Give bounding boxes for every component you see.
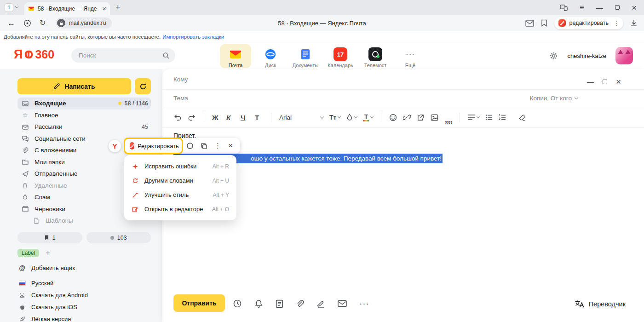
copy-icon[interactable] <box>201 143 207 150</box>
undo-button[interactable] <box>173 114 182 121</box>
url-field[interactable]: mail.yandex.ru <box>56 17 111 29</box>
app-calendar[interactable]: 17 Календарь <box>325 44 356 68</box>
neuro-badge[interactable]: Y <box>109 140 121 152</box>
cc-from-toggle[interactable]: Копии, От кого <box>530 95 578 102</box>
tab-close-icon[interactable]: × <box>102 5 106 12</box>
text-color-button[interactable]: Т <box>363 114 373 121</box>
bookmark-icon[interactable] <box>541 19 547 27</box>
align-button[interactable] <box>468 114 479 121</box>
numbered-list-button[interactable] <box>499 114 506 121</box>
send-button[interactable]: Отправить <box>173 294 225 312</box>
neuro-edit-chip[interactable]: редактировать ⋮ <box>554 17 623 29</box>
italic-button[interactable]: К <box>226 114 235 121</box>
survey-icon[interactable] <box>276 299 283 308</box>
compose-minimize-button[interactable]: — <box>587 78 594 85</box>
envelope-icon[interactable] <box>338 300 347 307</box>
chip-more-icon[interactable]: ⋮ <box>612 19 620 27</box>
ai-more-icon[interactable]: ⋮ <box>214 142 221 150</box>
app-more[interactable]: ··· Ещё <box>395 44 426 68</box>
ai-edit-button[interactable]: Редактировать <box>128 142 179 150</box>
lock-icon[interactable] <box>57 19 65 27</box>
app-disk[interactable]: Диск <box>255 44 286 68</box>
window-maximize-button[interactable] <box>615 5 620 10</box>
strikethrough-button[interactable]: Т <box>255 114 263 121</box>
schedule-send-icon[interactable] <box>233 299 242 308</box>
sync-icon <box>139 83 147 90</box>
signature-pen-icon[interactable] <box>316 300 325 308</box>
window-minimize-button[interactable]: — <box>596 4 603 11</box>
anchor-link-button[interactable] <box>417 114 425 121</box>
yandex-360-logo[interactable]: Я 360 <box>14 48 54 61</box>
avatar[interactable] <box>615 47 633 64</box>
clear-format-button[interactable] <box>518 114 526 121</box>
insert-image-button[interactable] <box>431 114 438 121</box>
ios-download-link[interactable]: Скачать для iOS <box>18 304 88 310</box>
app-docs[interactable]: Документы <box>290 44 321 68</box>
formatting-toolbar: Ж К Ч Т Arial Тт Т „„ <box>162 107 644 128</box>
compose-expand-button[interactable] <box>603 80 607 84</box>
service-header: Я 360 Поиск Почта Диск <box>0 42 644 69</box>
new-tab-button[interactable]: + <box>115 3 121 12</box>
folder-priority[interactable]: ☆ Главное <box>17 109 151 121</box>
window-close-button[interactable]: × <box>632 3 637 12</box>
browser-tab[interactable]: 58 · Входящие — Янде × <box>24 2 110 15</box>
attach-file-icon[interactable] <box>296 299 304 308</box>
link-button[interactable] <box>403 114 411 121</box>
protect-icon[interactable] <box>23 19 31 27</box>
menu-item-rephrase[interactable]: Другими словами Alt + U <box>124 173 236 188</box>
tab-group-button[interactable]: 1 <box>5 3 18 12</box>
translator-button[interactable]: Переводчик <box>575 299 626 308</box>
quote-button[interactable]: „„ <box>444 114 452 121</box>
menu-item-improve-style[interactable]: Улучшить стиль Alt + Y <box>124 188 236 202</box>
more-options-icon[interactable]: ··· <box>359 301 369 306</box>
account-username[interactable]: cheshire-katze <box>567 52 606 59</box>
translator-label: Переводчик <box>589 300 626 308</box>
pinned-filter-button[interactable]: 1 <box>17 232 82 243</box>
settings-gear-icon[interactable] <box>549 52 558 60</box>
refresh-button[interactable]: ↻ <box>40 19 46 27</box>
light-version-link[interactable]: Лёгкая версия <box>18 316 88 322</box>
search-placeholder: Поиск <box>79 52 162 59</box>
redo-button[interactable] <box>188 114 196 121</box>
underline-button[interactable]: Ч <box>241 114 249 121</box>
rephrase-icon <box>132 178 139 184</box>
subject-field[interactable]: Тема Копии, От кого <box>162 90 644 107</box>
download-icon[interactable] <box>630 19 638 27</box>
add-mailbox-button[interactable]: @ Добавить ящик <box>18 264 75 271</box>
search-input[interactable]: Поиск <box>71 48 175 63</box>
bold-button[interactable]: Ж <box>212 114 220 121</box>
folder-newsletters[interactable]: Рассылки 45 <box>17 121 151 133</box>
reminder-bell-icon[interactable] <box>254 299 263 308</box>
import-bookmarks-link[interactable]: Импортировать закладки <box>162 34 224 40</box>
bullet-list-button[interactable] <box>485 114 493 121</box>
folder-inbox[interactable]: Входящие 58 / 1146 <box>17 98 151 109</box>
menu-icon[interactable]: ≡ <box>580 4 584 12</box>
language-link[interactable]: Русский <box>18 280 88 287</box>
compose-button[interactable]: Написать <box>17 78 131 94</box>
label-tag[interactable]: Label <box>17 249 39 257</box>
sync-button[interactable] <box>135 78 151 94</box>
app-label: Документы <box>293 63 319 68</box>
at-icon: @ <box>18 264 26 271</box>
ai-close-icon[interactable]: × <box>228 141 233 150</box>
back-button[interactable]: ← <box>7 19 15 27</box>
assistant-circle-icon[interactable] <box>186 142 194 150</box>
to-field[interactable]: Кому <box>162 69 644 90</box>
devices-icon[interactable] <box>560 4 568 11</box>
android-download-link[interactable]: Скачать для Android <box>18 292 88 299</box>
app-mail[interactable]: Почта <box>220 44 251 68</box>
app-telemost[interactable]: Телемост <box>360 44 391 68</box>
compose-close-button[interactable]: × <box>616 77 621 86</box>
font-family-select[interactable]: Arial <box>279 114 323 121</box>
menu-item-fix-errors[interactable]: Исправить ошибки Alt + R <box>124 159 236 173</box>
menu-item-open-editor[interactable]: Открыть в редакторе Alt + O <box>124 202 236 216</box>
chevron-down-icon <box>15 5 18 8</box>
folder-label: Входящие <box>34 100 113 107</box>
add-label-button[interactable]: + <box>46 249 50 257</box>
chevron-down-icon <box>338 115 341 118</box>
highlight-color-button[interactable] <box>346 114 357 121</box>
dot-filter-button[interactable]: 103 <box>86 232 151 243</box>
mail-panel-icon[interactable] <box>525 20 534 27</box>
emoji-button[interactable] <box>389 114 397 121</box>
font-size-select[interactable]: Тт <box>329 114 340 121</box>
